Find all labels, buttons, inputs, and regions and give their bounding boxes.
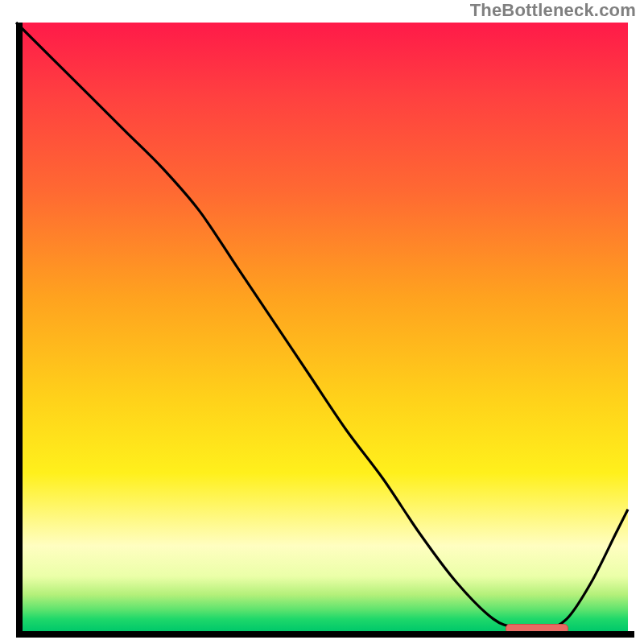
y-axis — [16, 23, 23, 638]
curve-svg — [16, 23, 628, 631]
x-axis — [16, 631, 634, 638]
bottleneck-curve-path — [16, 23, 628, 632]
bottleneck-chart: TheBottleneck.com — [0, 0, 644, 644]
watermark-text: TheBottleneck.com — [470, 0, 636, 21]
